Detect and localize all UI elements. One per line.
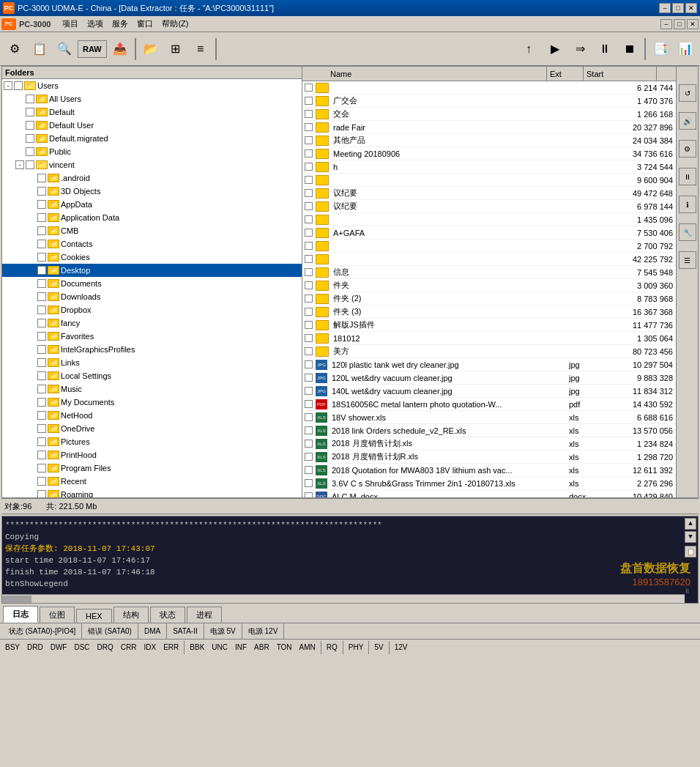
file-checkbox[interactable] (302, 424, 314, 437)
tree-item[interactable]: 📁Application Data (2, 211, 302, 224)
tree-checkbox[interactable] (37, 279, 46, 288)
tree-checkbox[interactable] (26, 121, 34, 130)
file-row[interactable]: 42 225 792 (302, 253, 676, 266)
sub-minimize-button[interactable]: – (660, 19, 672, 29)
tree-checkbox[interactable] (37, 358, 46, 367)
file-row[interactable]: 件夹 3 009 360 (302, 279, 676, 292)
tree-item[interactable]: 📁Documents (2, 277, 302, 290)
col-header-name[interactable]: Name (327, 67, 547, 81)
file-checkbox[interactable] (302, 464, 314, 477)
tool-next[interactable]: ⇒ (568, 37, 592, 61)
file-checkbox[interactable] (302, 398, 314, 411)
tree-checkbox[interactable] (37, 253, 46, 262)
file-row[interactable]: XLS 18V shower.xls xls 6 688 616 (302, 411, 676, 424)
tree-item[interactable]: 📁All Users (2, 92, 302, 105)
tree-item[interactable]: 📁Local Settings (2, 369, 302, 382)
file-row[interactable]: 议纪要 6 978 144 (302, 200, 676, 213)
file-row[interactable]: 件夹 (2) 8 783 968 (302, 292, 676, 305)
tree-checkbox[interactable] (37, 240, 46, 248)
tree-checkbox[interactable] (37, 451, 46, 459)
file-checkbox[interactable] (302, 174, 314, 187)
tree-item[interactable]: 📁Program Files (2, 462, 302, 475)
log-scroll-bottom[interactable]: ▼ (685, 531, 696, 543)
file-row[interactable]: 6 214 744 (302, 81, 676, 95)
tree-item[interactable]: 📁Default User (2, 119, 302, 132)
tree-checkbox[interactable] (37, 477, 46, 486)
sidebar-btn-pause[interactable]: ⏸ (679, 168, 696, 185)
file-checkbox[interactable] (302, 451, 314, 464)
tree-item[interactable]: 📁PrintHood (2, 448, 302, 462)
file-row[interactable]: 件夹 (3) 16 367 368 (302, 305, 676, 319)
file-row[interactable]: 2 700 792 (302, 240, 676, 253)
log-copy-btn[interactable]: 📋 (685, 546, 696, 557)
menu-item-service[interactable]: 服务 (108, 17, 133, 31)
file-checkbox[interactable] (302, 490, 314, 498)
tool-upload[interactable]: ↑ (515, 37, 542, 61)
file-row[interactable]: A+GAFA 7 530 406 (302, 226, 676, 240)
tree-checkbox[interactable] (26, 95, 34, 103)
minimize-button[interactable]: – (659, 3, 671, 13)
tree-item[interactable]: 📁.android (2, 171, 302, 185)
tree-checkbox[interactable] (26, 160, 34, 169)
maximize-button[interactable]: □ (672, 3, 684, 13)
tree-item[interactable]: 📁CMB (2, 224, 302, 237)
tool-stats[interactable]: 📊 (674, 37, 697, 61)
file-row[interactable]: 美方 80 723 456 (302, 345, 676, 358)
tool-sort[interactable]: ≡ (189, 37, 212, 61)
file-row[interactable]: 广交会 1 470 376 (302, 95, 676, 108)
file-row[interactable]: 解版JS插件 11 477 736 (302, 319, 676, 332)
file-checkbox[interactable] (302, 213, 314, 226)
tree-checkbox[interactable] (37, 371, 46, 380)
tree-checkbox[interactable] (37, 187, 46, 196)
file-row[interactable]: XLS 2018 月度销售计划R.xls xls 1 298 720 (302, 451, 676, 464)
file-row[interactable]: 9 600 904 (302, 174, 676, 187)
tree-checkbox[interactable] (37, 490, 46, 497)
tree-checkbox[interactable] (37, 385, 46, 393)
file-row[interactable]: DOC ALC M .docx docx 10 429 840 (302, 490, 676, 497)
file-checkbox[interactable] (302, 226, 314, 240)
file-checkbox[interactable] (302, 319, 314, 332)
tab-状态[interactable]: 状态 (150, 607, 185, 623)
tree-item[interactable]: 📁Desktop (2, 264, 302, 277)
tree-item[interactable]: 📁AppData (2, 198, 302, 211)
sidebar-btn-6[interactable]: ☰ (679, 251, 696, 269)
tree-checkbox[interactable] (37, 332, 46, 341)
file-checkbox[interactable] (302, 358, 314, 371)
file-checkbox[interactable] (302, 108, 314, 121)
tree-item[interactable]: 📁Contacts (2, 237, 302, 251)
file-checkbox[interactable] (302, 95, 314, 108)
file-checkbox[interactable] (302, 160, 314, 174)
tree-checkbox[interactable] (26, 108, 34, 116)
tree-checkbox[interactable] (37, 174, 46, 182)
sub-close-button[interactable]: ✕ (687, 19, 699, 29)
tree-checkbox[interactable] (37, 226, 46, 235)
file-checkbox[interactable] (302, 81, 314, 95)
file-row[interactable]: Meeting 20180906 34 736 616 (302, 147, 676, 160)
sub-restore-button[interactable]: □ (674, 19, 685, 29)
tab-进程[interactable]: 进程 (187, 607, 222, 623)
file-row[interactable]: PDF 18S160056C metal lantern photo quota… (302, 398, 676, 411)
tool-search[interactable]: 🔍 (53, 37, 76, 61)
tree-item[interactable]: 📁3D Objects (2, 185, 302, 198)
file-checkbox[interactable] (302, 266, 314, 279)
file-checkbox[interactable] (302, 477, 314, 490)
tab-结构[interactable]: 结构 (113, 607, 149, 623)
file-list[interactable]: 6 214 744 广交会 1 470 376 交会 1 266 168 rad… (302, 81, 676, 497)
tree-checkbox[interactable] (37, 266, 46, 275)
tree-expander[interactable]: - (4, 81, 12, 90)
file-checkbox[interactable] (302, 345, 314, 358)
tree-item[interactable]: 📁Cookies (2, 251, 302, 264)
sidebar-btn-5[interactable]: 🔧 (679, 223, 696, 241)
tree-item[interactable]: 📁Default.migrated (2, 132, 302, 145)
file-row[interactable]: 信息 7 545 948 (302, 266, 676, 279)
file-checkbox[interactable] (302, 385, 314, 398)
file-row[interactable]: 议纪要 49 472 648 (302, 187, 676, 200)
col-header-start[interactable]: Start (584, 67, 657, 81)
sidebar-btn-1[interactable]: ↺ (679, 84, 696, 102)
menu-item-project[interactable]: 项目 (58, 17, 83, 31)
file-row[interactable]: XLS 2018 月度销售计划.xls xls 1 234 824 (302, 437, 676, 451)
tab-HEX[interactable]: HEX (76, 609, 112, 623)
tool-pause[interactable]: ⏸ (593, 37, 617, 61)
sidebar-btn-4[interactable]: ℹ (679, 196, 696, 213)
tree-item[interactable]: 📁fancy (2, 316, 302, 330)
